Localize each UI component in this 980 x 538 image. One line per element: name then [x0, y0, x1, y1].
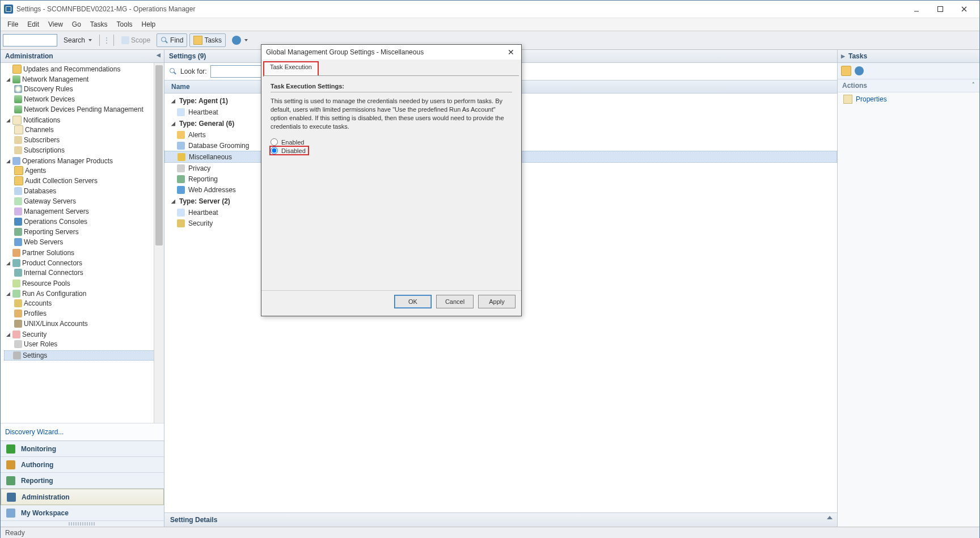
search-icon	[169, 67, 177, 75]
expand-detail-icon[interactable]	[827, 516, 833, 519]
maximize-button[interactable]	[928, 1, 952, 17]
tree-subscribers[interactable]: Subscribers	[13, 135, 164, 145]
tree-network-pending[interactable]: Network Devices Pending Management	[13, 105, 164, 114]
toolbar-search-label: Search	[64, 36, 85, 44]
dialog-apply-button[interactable]: Apply	[478, 295, 516, 308]
toolbar-help-button[interactable]	[228, 33, 252, 47]
tasks-toolbar	[838, 63, 979, 79]
search-icon	[160, 36, 168, 44]
tree-subscriptions[interactable]: Subscriptions	[13, 146, 164, 155]
chevron-down-icon	[88, 39, 92, 41]
dialog-titlebar: Global Management Group Settings - Misce…	[261, 45, 521, 60]
window-titlebar: Settings - SCOMNFBDEV02021-MG - Operatio…	[1, 1, 979, 18]
discovery-wizard-link[interactable]: Discovery Wizard...	[1, 423, 164, 440]
tree-reporting-servers[interactable]: Reporting Servers	[13, 227, 164, 236]
svg-rect-1	[938, 7, 943, 12]
section-title: Task Execution Settings:	[271, 83, 512, 90]
collapse-actions-icon[interactable]: ˄	[972, 82, 975, 90]
scrollbar[interactable]	[154, 63, 164, 423]
tree-agents[interactable]: Agents	[13, 166, 164, 175]
dialog-ok-button[interactable]: OK	[394, 295, 432, 308]
collapse-left-icon[interactable]: ◀	[157, 52, 160, 58]
detail-bar[interactable]: Setting Details	[164, 512, 837, 527]
tree-updates[interactable]: Updates and Recommendations	[4, 65, 164, 74]
lookfor-label: Look for:	[180, 67, 207, 75]
reporting-icon	[6, 476, 15, 485]
dialog-close-button[interactable]: ✕	[505, 48, 517, 57]
tree-web-servers[interactable]: Web Servers	[13, 238, 164, 247]
tree-profiles[interactable]: Profiles	[13, 309, 164, 318]
tree-run-as[interactable]: ◢Run As Configuration	[4, 289, 164, 298]
minimize-button[interactable]	[905, 1, 928, 17]
action-properties[interactable]: Properties	[838, 92, 979, 106]
dialog-cancel-button[interactable]: Cancel	[436, 295, 474, 308]
tree-databases[interactable]: Databases	[13, 187, 164, 196]
tab-task-execution[interactable]: Task Execution	[264, 62, 318, 76]
status-text: Ready	[5, 529, 25, 537]
actions-header: Actions ˄	[838, 79, 979, 92]
toolbar-find-button[interactable]: Find	[157, 33, 187, 47]
menu-file[interactable]: File	[3, 19, 23, 29]
nav-authoring[interactable]: Authoring	[1, 457, 164, 473]
help-icon[interactable]	[855, 66, 864, 75]
admin-tree: Updates and Recommendations ◢Network Man…	[1, 63, 164, 423]
tree-gateway[interactable]: Gateway Servers	[13, 197, 164, 206]
overflow-icon[interactable]: ⋮	[103, 36, 110, 44]
scope-icon	[121, 36, 129, 44]
menu-go[interactable]: Go	[67, 19, 86, 29]
tree-mgmt-servers[interactable]: Management Servers	[13, 207, 164, 216]
menu-bar: File Edit View Go Tasks Tools Help	[1, 18, 979, 31]
tasks-icon[interactable]	[841, 66, 851, 76]
tree-security[interactable]: ◢Security	[4, 330, 164, 339]
tree-network-management[interactable]: ◢Network Management	[4, 75, 164, 84]
tree-discovery-rules[interactable]: Discovery Rules	[13, 84, 164, 94]
radio-enabled-input[interactable]	[271, 138, 278, 146]
toolbar-search-button[interactable]: Search	[60, 33, 96, 47]
administration-icon	[7, 493, 16, 502]
radio-disabled-input[interactable]	[271, 147, 278, 154]
toolbar-scope-button[interactable]: Scope	[117, 33, 154, 47]
tree-settings[interactable]: Settings	[4, 350, 164, 361]
tree-network-devices[interactable]: Network Devices	[13, 95, 164, 104]
close-button[interactable]	[952, 1, 976, 17]
tree-consoles[interactable]: Operations Consoles	[13, 217, 164, 226]
nav-reporting[interactable]: Reporting	[1, 473, 164, 489]
dialog-button-row: OK Cancel Apply	[261, 290, 521, 316]
separator	[113, 35, 114, 46]
tree-connectors[interactable]: ◢Product Connectors	[4, 259, 164, 268]
tree-notifications[interactable]: ◢Notifications	[4, 116, 164, 125]
tree-om-products[interactable]: ◢Operations Manager Products	[4, 156, 164, 166]
toolbar-search-input[interactable]	[3, 34, 57, 46]
menu-help[interactable]: Help	[137, 19, 160, 29]
tab-task-execution-label: Task Execution	[270, 63, 312, 70]
left-pane-header: Administration ◀	[1, 50, 164, 63]
menu-edit[interactable]: Edit	[23, 19, 44, 29]
nav-my-workspace[interactable]: My Workspace	[1, 505, 164, 521]
menu-tools[interactable]: Tools	[112, 19, 137, 29]
tasks-pane-header: ▶ Tasks	[838, 50, 979, 63]
tree-internal-connectors[interactable]: Internal Connectors	[13, 268, 164, 277]
menu-view[interactable]: View	[44, 19, 67, 29]
radio-disabled-label: Disabled	[281, 147, 306, 154]
radio-disabled[interactable]: Disabled	[271, 147, 308, 154]
tree-accounts[interactable]: Accounts	[13, 299, 164, 308]
toolbar-scope-label: Scope	[131, 36, 150, 44]
nav-administration[interactable]: Administration	[1, 489, 164, 505]
tree-channels[interactable]: Channels	[13, 125, 164, 134]
nav-monitoring[interactable]: Monitoring	[1, 441, 164, 457]
menu-tasks[interactable]: Tasks	[86, 19, 112, 29]
tasks-title: Tasks	[848, 52, 867, 60]
chevron-down-icon	[244, 39, 248, 41]
column-name-label: Name	[171, 83, 190, 91]
tree-user-roles[interactable]: User Roles	[13, 340, 164, 349]
tree-pools[interactable]: Resource Pools	[4, 279, 164, 288]
tree-unix[interactable]: UNIX/Linux Accounts	[13, 319, 164, 328]
wunderbar: Monitoring Authoring Reporting Administr…	[1, 440, 164, 527]
app-icon	[4, 5, 13, 14]
radio-enabled[interactable]: Enabled	[271, 137, 512, 147]
tree-audit[interactable]: Audit Collection Servers	[13, 176, 164, 185]
nav-grip[interactable]	[69, 522, 96, 526]
tree-partner[interactable]: Partner Solutions	[4, 248, 164, 257]
toolbar-tasks-button[interactable]: Tasks	[189, 33, 226, 47]
expand-tasks-icon[interactable]: ▶	[841, 53, 845, 59]
